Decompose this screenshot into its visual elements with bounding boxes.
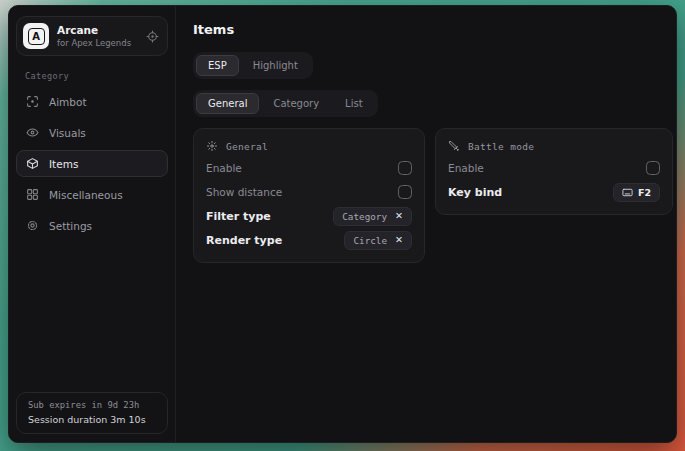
sidebar-item-items[interactable]: Items xyxy=(16,150,168,177)
app-subtitle: for Apex Legends xyxy=(57,38,138,48)
tab-esp[interactable]: ESP xyxy=(196,55,239,76)
close-icon[interactable]: ✕ xyxy=(395,235,403,245)
app-logo-letter: A xyxy=(28,28,45,45)
general-card: General Enable Show distance Filter type… xyxy=(193,128,425,263)
setting-row-show-distance: Show distance xyxy=(206,180,412,204)
show-distance-checkbox[interactable] xyxy=(398,185,412,199)
setting-label: Render type xyxy=(206,234,282,247)
sub-expires-text: Sub expires in 9d 23h xyxy=(28,400,156,410)
grid-icon xyxy=(26,188,39,201)
crosshair-icon xyxy=(26,95,39,108)
tab-general[interactable]: General xyxy=(196,93,259,114)
general-card-title: General xyxy=(226,141,268,152)
subscription-card: Sub expires in 9d 23h Session duration 3… xyxy=(16,392,168,434)
sidebar-item-label: Aimbot xyxy=(49,96,87,108)
brand-card: A Arcane for Apex Legends xyxy=(16,16,168,56)
filter-type-select[interactable]: Category ✕ xyxy=(333,207,412,226)
tab-highlight[interactable]: Highlight xyxy=(241,55,310,76)
sidebar-item-label: Settings xyxy=(49,220,92,232)
mode-tab-row: ESP Highlight xyxy=(193,52,673,79)
app-logo: A xyxy=(23,23,49,49)
sidebar-item-label: Miscellaneous xyxy=(49,189,123,201)
sidebar-section-label: Category xyxy=(25,71,168,81)
sidebar-item-miscellaneous[interactable]: Miscellaneous xyxy=(16,181,168,208)
page-title: Items xyxy=(193,22,673,37)
general-card-header: General xyxy=(206,140,412,152)
render-type-select[interactable]: Circle ✕ xyxy=(344,231,412,250)
sidebar-nav: Aimbot Visuals Items xyxy=(16,88,168,239)
keybind-button[interactable]: F2 xyxy=(613,183,660,202)
sun-icon xyxy=(206,140,218,152)
sidebar-item-label: Items xyxy=(49,158,78,170)
setting-row-key-bind: Key bind F2 xyxy=(448,180,660,204)
render-type-value: Circle xyxy=(353,235,387,246)
sidebar: A Arcane for Apex Legends Category A xyxy=(9,6,176,442)
view-tabs: General Category List xyxy=(193,90,378,117)
main-content: Items ESP Highlight General Category Lis… xyxy=(176,6,677,442)
setting-label: Enable xyxy=(448,162,484,174)
app-name: Arcane xyxy=(57,24,138,36)
battle-enable-checkbox[interactable] xyxy=(646,161,660,175)
app-window: A Arcane for Apex Legends Category A xyxy=(8,5,677,443)
session-duration-text: Session duration 3m 10s xyxy=(28,414,156,425)
setting-label: Key bind xyxy=(448,186,502,199)
gear-icon xyxy=(26,219,39,232)
tab-category[interactable]: Category xyxy=(261,93,331,114)
enable-checkbox[interactable] xyxy=(398,161,412,175)
setting-row-battle-enable: Enable xyxy=(448,156,660,180)
tab-list[interactable]: List xyxy=(333,93,374,114)
brand-text: Arcane for Apex Legends xyxy=(57,24,138,48)
sidebar-item-aimbot[interactable]: Aimbot xyxy=(16,88,168,115)
sidebar-item-label: Visuals xyxy=(49,127,86,139)
setting-row-render-type: Render type Circle ✕ xyxy=(206,228,412,252)
battle-mode-icon xyxy=(448,140,460,152)
battle-card-header: Battle mode xyxy=(448,140,660,152)
sidebar-item-settings[interactable]: Settings xyxy=(16,212,168,239)
setting-row-filter-type: Filter type Category ✕ xyxy=(206,204,412,228)
package-icon xyxy=(26,157,39,170)
setting-row-enable: Enable xyxy=(206,156,412,180)
keybind-value: F2 xyxy=(638,187,651,198)
setting-label: Show distance xyxy=(206,186,282,198)
sidebar-item-visuals[interactable]: Visuals xyxy=(16,119,168,146)
battle-card-title: Battle mode xyxy=(468,141,534,152)
battle-mode-card: Battle mode Enable Key bind F2 xyxy=(435,128,673,215)
filter-type-value: Category xyxy=(342,211,387,222)
eye-icon xyxy=(26,126,39,139)
view-tab-row: General Category List xyxy=(193,90,673,117)
target-icon[interactable] xyxy=(146,30,159,43)
keyboard-icon xyxy=(622,187,633,198)
close-icon[interactable]: ✕ xyxy=(395,211,403,221)
setting-label: Filter type xyxy=(206,210,271,223)
mode-tabs: ESP Highlight xyxy=(193,52,313,79)
setting-label: Enable xyxy=(206,162,242,174)
cards-row: General Enable Show distance Filter type… xyxy=(193,128,673,263)
